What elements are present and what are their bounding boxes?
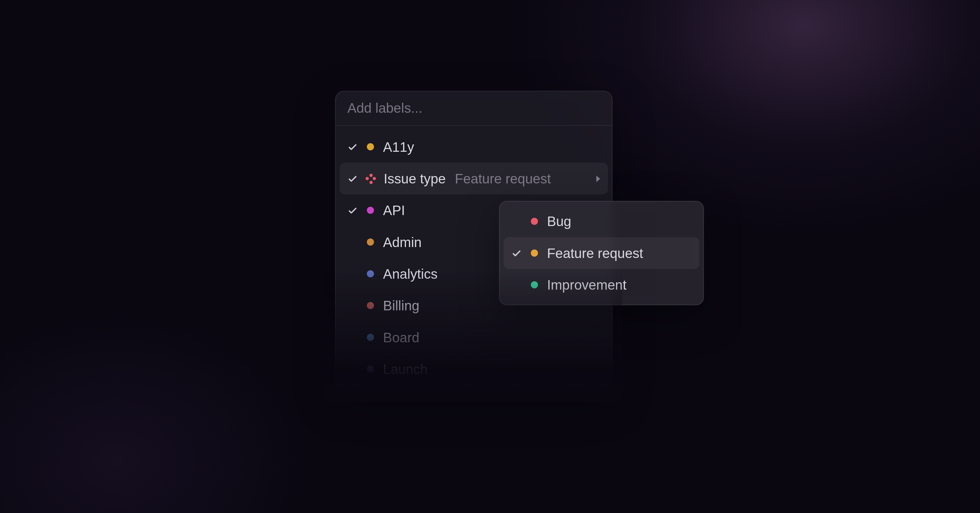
check-icon [346, 204, 359, 217]
label-color-dot [531, 218, 538, 225]
label-name: Analytics [383, 266, 438, 282]
label-color-dot [367, 334, 374, 341]
issue-type-submenu: Bug Feature request Improvement [499, 201, 704, 305]
chevron-right-icon [596, 175, 600, 182]
label-search-input[interactable] [347, 101, 600, 116]
label-color-dot [367, 365, 374, 372]
label-color-dot [367, 302, 374, 309]
label-color-dot [367, 238, 374, 246]
label-name: Billing [383, 298, 420, 314]
label-name: Board [383, 330, 420, 345]
label-name: A11y [383, 139, 414, 155]
label-color-dot [531, 249, 538, 256]
submenu-item-label: Improvement [547, 277, 627, 292]
check-icon [510, 246, 523, 259]
check-icon [346, 172, 359, 185]
label-group-icon [366, 173, 376, 184]
label-color-dot [531, 281, 538, 289]
submenu-item-improvement[interactable]: Improvement [504, 269, 700, 300]
search-row [336, 91, 612, 126]
label-name: Launch [383, 361, 428, 377]
label-color-dot [367, 207, 374, 214]
check-icon [346, 140, 359, 153]
label-name: Issue type [384, 171, 446, 186]
submenu-item-label: Feature request [547, 245, 643, 261]
label-item-a11y[interactable]: A11y [340, 131, 608, 162]
label-color-dot [367, 143, 374, 150]
submenu-item-label: Bug [547, 214, 571, 229]
submenu-item-feature-request[interactable]: Feature request [504, 237, 700, 269]
label-name: API [383, 203, 405, 218]
submenu-item-bug[interactable]: Bug [504, 205, 700, 237]
label-color-dot [367, 270, 374, 277]
label-item-issue-type[interactable]: Issue type Feature request [340, 163, 608, 194]
label-item-launch[interactable]: Launch [340, 353, 608, 385]
label-item-board[interactable]: Board [340, 321, 608, 353]
label-name: Admin [383, 234, 422, 250]
label-group-selected-value: Feature request [455, 171, 551, 186]
